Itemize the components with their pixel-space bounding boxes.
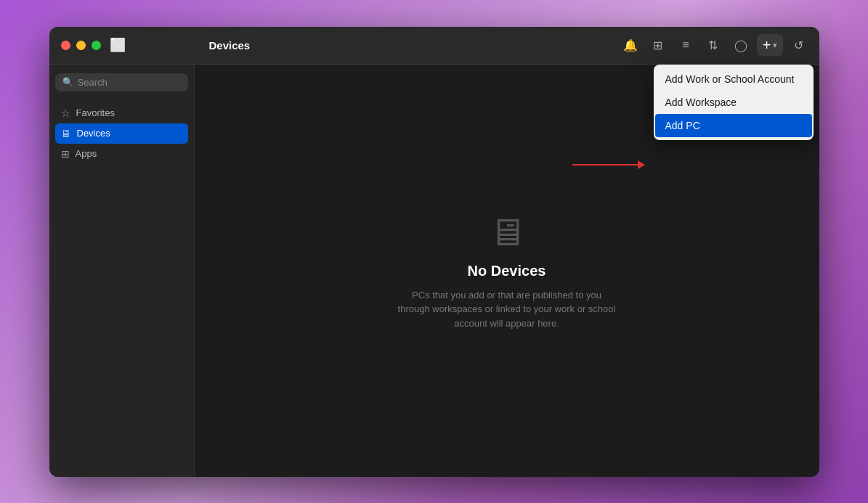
empty-state: 🖥 No Devices PCs that you add or that ar… [398, 210, 616, 331]
add-button[interactable]: + ▾ [757, 34, 783, 56]
empty-state-description: PCs that you add or that are published t… [398, 288, 616, 331]
sidebar-toggle-icon[interactable]: ⬜ [110, 37, 126, 53]
search-icon: 🔍 [62, 77, 73, 87]
devices-icon: 🖥 [61, 128, 71, 139]
sidebar-item-label-devices: Devices [77, 128, 110, 139]
add-chevron-icon: ▾ [773, 41, 777, 50]
search-box: 🔍 [55, 73, 188, 91]
search-input[interactable] [78, 77, 181, 88]
sidebar: 🔍 ☆ Favorites 🖥 Devices ⊞ Apps [49, 65, 195, 477]
sidebar-item-devices[interactable]: 🖥 Devices [55, 123, 188, 144]
refresh-button[interactable]: ↺ [787, 33, 811, 57]
dropdown-menu: Add Work or School Account Add Workspace… [654, 65, 814, 140]
arrow-head [638, 160, 645, 169]
sidebar-item-label-apps: Apps [76, 148, 97, 159]
arrow-pointer [572, 160, 645, 169]
sidebar-item-favorites[interactable]: ☆ Favorites [55, 103, 188, 123]
sidebar-item-label-favorites: Favorites [76, 107, 115, 118]
menu-item-add-pc[interactable]: Add PC [655, 114, 812, 137]
sidebar-section-nav: ☆ Favorites 🖥 Devices ⊞ Apps [55, 103, 188, 164]
monitor-icon: 🖥 [488, 210, 526, 254]
bell-button[interactable]: 🔔 [619, 33, 642, 57]
list-view-button[interactable]: ≡ [674, 33, 697, 57]
page-title: Devices [209, 39, 251, 52]
titlebar: ⬜ Devices 🔔 ⊞ ≡ ⇅ ◯ + ▾ ↺ Add Work or Sc… [49, 27, 819, 65]
account-button[interactable]: ◯ [729, 33, 753, 57]
traffic-lights: ⬜ [49, 37, 195, 53]
apps-icon: ⊞ [61, 148, 70, 160]
arrow-line [572, 164, 638, 165]
app-window: ⬜ Devices 🔔 ⊞ ≡ ⇅ ◯ + ▾ ↺ Add Work or Sc… [49, 27, 819, 477]
add-icon: + [763, 37, 771, 54]
favorites-icon: ☆ [61, 107, 70, 119]
titlebar-center: Devices [195, 39, 619, 52]
menu-item-add-workspace[interactable]: Add Workspace [655, 91, 812, 114]
menu-item-add-work-school[interactable]: Add Work or School Account [655, 68, 812, 91]
grid-view-button[interactable]: ⊞ [646, 33, 670, 57]
sidebar-item-apps[interactable]: ⊞ Apps [55, 144, 188, 164]
titlebar-actions: 🔔 ⊞ ≡ ⇅ ◯ + ▾ ↺ [619, 33, 819, 57]
empty-state-title: No Devices [468, 263, 546, 279]
maximize-button[interactable] [92, 41, 101, 50]
minimize-button[interactable] [76, 41, 86, 50]
sort-button[interactable]: ⇅ [702, 33, 725, 57]
close-button[interactable] [61, 41, 70, 50]
